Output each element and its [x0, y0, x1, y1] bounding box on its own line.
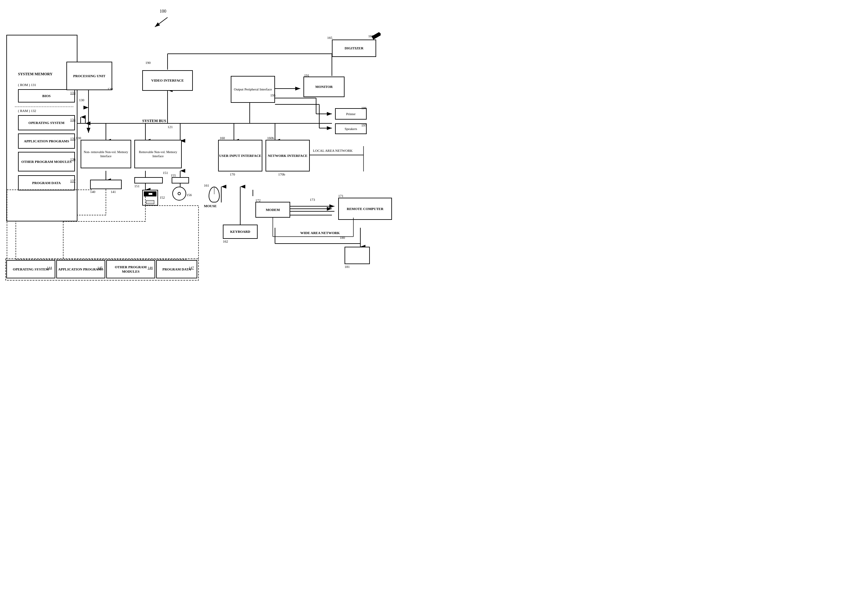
monitor-num: 191 [304, 73, 310, 77]
mouse-icon [209, 186, 220, 203]
modem-num: 172 [255, 198, 261, 202]
system-bus-num: 121 [168, 125, 173, 129]
user-input-label: USER INPUT INTERFACE [219, 154, 261, 158]
other-num: 136 [70, 157, 75, 161]
system-memory-label: SYSTEM MEMORY [18, 72, 52, 77]
storage-device-num2: 141 [111, 190, 116, 194]
cd-icon [172, 186, 186, 201]
bottom-os-num: 144 [47, 266, 52, 269]
video-num: 190 [145, 61, 151, 65]
app-box: APPLICATION PROGRAMS [18, 133, 75, 149]
speakers-label: Speakers [344, 127, 357, 131]
network-interface-num: 160b [267, 136, 274, 140]
mouse-label: MOUSE [204, 204, 217, 208]
wan-num: 180 [340, 236, 345, 240]
remote-computer-label: REMOTE COMPUTER [347, 207, 384, 211]
lan-label: LOCAL AREA NETWORK [313, 149, 353, 152]
non-removable-num: 130 [76, 136, 81, 140]
prog-data-label: PROGRAM DATA [32, 181, 61, 185]
removable-num: 151 [163, 171, 168, 175]
keyboard-label: KEYBOARD [230, 229, 250, 234]
monitor-box: MONITOR [303, 77, 344, 97]
cd-drive-box [172, 177, 189, 184]
video-interface-box: VIDEO INTERFACE [142, 70, 193, 91]
ram-label: ( RAM ) 132 [18, 109, 36, 112]
non-removable-label: Non- removable Non-vol. Memory Interface [81, 150, 131, 158]
floppy-drive-box [134, 177, 163, 184]
output-peripheral-label: Output Peripheral Interface [234, 87, 272, 92]
modem-box: MODEM [255, 202, 290, 218]
printer-num: 196 [361, 106, 367, 110]
speakers-num: 197 [361, 123, 367, 127]
bottom-app-num: 145 [97, 266, 103, 269]
modem-wire-num: 173 [310, 198, 315, 201]
user-input-num2: 170 [230, 172, 235, 176]
storage-device-num: 140 [90, 190, 96, 194]
printer-label: Printer [346, 112, 356, 116]
pen-icon [371, 32, 382, 40]
user-input-num: 160 [220, 136, 225, 140]
bottom-app-label: APPLICATION PROGRAMS [58, 267, 103, 271]
remote-device-box [344, 247, 370, 264]
processing-unit-box: PROCESSING UNIT [66, 62, 112, 90]
printer-box: Printer [335, 108, 367, 120]
svg-line-4 [155, 18, 168, 27]
remote-computer-box: REMOTE COMPUTER [338, 198, 392, 220]
floppy-num: 151 [134, 184, 140, 188]
app-num: 135 [70, 137, 75, 141]
bios-num: 133 [70, 91, 75, 95]
removable-label: Removable Non-vol. Memory Interface [135, 150, 181, 158]
wan-label: WIDE AREA NETWORK [300, 231, 340, 235]
other-label: OTHER PROGRAM MODULES [22, 160, 72, 164]
bios-box: BIOS [18, 89, 75, 102]
os-box: OPERATING SYSTEM [18, 115, 75, 130]
floppy-disk-num: 152 [159, 195, 165, 199]
digitizer-num: 165 [327, 36, 332, 40]
app-label: APPLICATION PROGRAMS [24, 139, 69, 143]
storage-device-box [90, 180, 122, 189]
bottom-other-num: 146 [148, 266, 153, 269]
output-peripheral-num: 195 [270, 93, 276, 97]
network-interface-label: NETWORK INTERFACE [268, 154, 307, 158]
network-interface-box: NETWORK INTERFACE [266, 140, 310, 172]
os-num: 134 [70, 118, 75, 121]
non-removable-box: Non- removable Non-vol. Memory Interface [81, 140, 131, 168]
remote-device-num: 181 [344, 265, 350, 269]
keyboard-box: KEYBOARD [223, 225, 258, 239]
floppy-icon [142, 190, 158, 206]
output-peripheral-box: Output Peripheral Interface [231, 76, 275, 103]
network-interface-num2: 170b [278, 172, 285, 176]
keyboard-num: 162 [223, 240, 228, 243]
num-130: 130 [79, 98, 84, 102]
modem-label: MODEM [266, 207, 280, 212]
video-interface-label: VIDEO INTERFACE [151, 78, 184, 83]
digitizer-box: DIGITIZER [332, 40, 376, 57]
diagram-title-num: 100 [159, 9, 166, 14]
rom-label: ( ROM ) 131 [18, 83, 36, 87]
mouse-num: 161 [204, 184, 209, 187]
removable-box: Removable Non-vol. Memory Interface [134, 140, 182, 168]
other-box: OTHER PROGRAM MODULES [18, 152, 75, 172]
os-label: OPERATING SYSTEM [28, 120, 65, 125]
prog-data-box: PROGRAM DATA [18, 175, 75, 191]
cd-dev-num: 156 [186, 193, 192, 197]
prog-data-num: 137 [70, 179, 75, 182]
cd-num: 155 [171, 173, 176, 177]
bios-label: BIOS [42, 94, 50, 98]
processing-unit-label: PROCESSING UNIT [73, 74, 106, 78]
monitor-label: MONITOR [316, 84, 333, 89]
bottom-data-num: 147 [189, 266, 194, 269]
digitizer-label: DIGITIZER [344, 46, 363, 50]
bottom-os-label: OPERATING SYSTEM [13, 267, 49, 271]
processing-unit-num: 120 [108, 87, 113, 91]
bottom-data-label: PROGRAM DATA [162, 267, 191, 271]
system-bus-label: SYSTEM BUS [142, 118, 166, 123]
user-input-box: USER INPUT INTERFACE [218, 140, 262, 172]
remote-computer-num: 171 [338, 194, 344, 198]
